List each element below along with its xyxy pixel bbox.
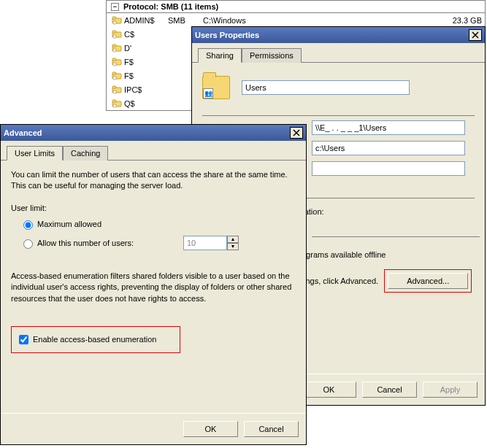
table-row[interactable]: ADMIN$SMBC:\Windows23.3 GB [107, 13, 485, 27]
svg-rect-1 [112, 17, 116, 19]
user-count-spinner[interactable]: 10 ▲ ▼ [183, 236, 239, 250]
cancel-button[interactable]: Cancel [362, 382, 417, 398]
svg-point-11 [113, 62, 116, 65]
titlebar-title: Users Properties [195, 31, 469, 39]
spinner-up-icon[interactable]: ▲ [227, 236, 239, 243]
share-overlay-icon: 👥 [203, 88, 213, 99]
share-path: C:\Windows [203, 16, 445, 25]
tab-caching[interactable]: Caching [63, 146, 108, 161]
abe-checkbox-row[interactable]: Enable access-based enumeration [16, 333, 174, 347]
svg-point-14 [113, 76, 116, 79]
tab-permissions[interactable]: Permissions [242, 48, 302, 63]
cancel-button[interactable]: Cancel [244, 421, 299, 437]
share-folder-icon [110, 16, 124, 25]
tab-sharing[interactable]: Sharing [198, 48, 242, 63]
spinner-down-icon[interactable]: ▼ [227, 243, 239, 250]
close-icon[interactable] [469, 29, 482, 41]
tabbar-advanced: User Limits Caching [1, 141, 306, 161]
radio-allow-label: Allow this number of users: [37, 239, 183, 247]
ok-button[interactable]: OK [302, 382, 356, 398]
share-folder-icon [110, 85, 124, 94]
collapse-icon[interactable]: − [111, 3, 119, 11]
svg-point-20 [113, 104, 116, 107]
radio-max-allowed[interactable] [23, 220, 33, 230]
titlebar-advanced: Advanced [1, 125, 306, 141]
user-limit-label: User limit: [11, 204, 296, 212]
offline-text: ograms available offline [302, 250, 475, 259]
share-folder-icon [110, 99, 124, 108]
share-folder-icon [110, 30, 124, 39]
svg-point-2 [113, 20, 116, 23]
folder-icon: 👥 [202, 76, 230, 99]
description-input[interactable] [312, 161, 465, 176]
share-name: F$ [124, 58, 168, 66]
tree-header: − Protocol: SMB (11 items) [106, 0, 486, 13]
share-name: Q$ [124, 99, 168, 108]
titlebar-adv-title: Advanced [4, 128, 290, 137]
advanced-hint: tings, click Advanced. [302, 277, 378, 285]
share-name-field[interactable]: Users [242, 80, 410, 95]
share-folder-icon [110, 72, 124, 80]
titlebar-props: Users Properties [192, 27, 485, 43]
close-icon[interactable] [290, 127, 303, 139]
svg-rect-16 [112, 86, 116, 88]
share-folder-icon [110, 44, 124, 53]
spinner-value: 10 [183, 236, 227, 250]
share-protocol: SMB [168, 16, 203, 25]
radio-allow-number[interactable] [23, 239, 33, 249]
abe-checkbox[interactable] [19, 335, 28, 344]
advanced-window: Advanced User Limits Caching You can lim… [0, 124, 307, 445]
tree-header-label: Protocol: SMB (11 items) [123, 2, 218, 11]
svg-rect-19 [112, 100, 116, 102]
ok-button[interactable]: OK [183, 421, 238, 437]
tab-user-limits[interactable]: User Limits [7, 146, 63, 161]
apply-button[interactable]: Apply [423, 382, 478, 398]
advanced-button[interactable]: Advanced... [388, 273, 468, 289]
share-name: IPC$ [124, 85, 168, 94]
share-name: F$ [124, 72, 168, 80]
share-name: D' [124, 44, 168, 53]
tabbar-props: Sharing Permissions [192, 43, 485, 63]
svg-rect-10 [112, 58, 116, 61]
share-folder-icon [110, 58, 124, 66]
svg-point-8 [113, 48, 116, 51]
svg-rect-7 [112, 45, 116, 47]
share-name: ADMIN$ [124, 16, 168, 25]
intro-text: You can limit the number of users that c… [11, 169, 296, 192]
svg-rect-4 [112, 31, 116, 33]
folder-path-field[interactable]: c:\Users [312, 141, 465, 155]
radio-max-label: Maximum allowed [37, 220, 101, 228]
network-path-field[interactable]: \\E_ . . _ _ _1\Users [312, 120, 465, 135]
abe-checkbox-label: Enable access-based enumeration [33, 335, 156, 344]
share-name: C$ [124, 30, 168, 39]
svg-point-17 [113, 90, 116, 93]
svg-rect-13 [112, 72, 116, 74]
share-size: 23.3 GB [445, 16, 482, 25]
svg-point-5 [113, 34, 116, 37]
abe-description: Access-based enumeration filters shared … [11, 271, 296, 304]
